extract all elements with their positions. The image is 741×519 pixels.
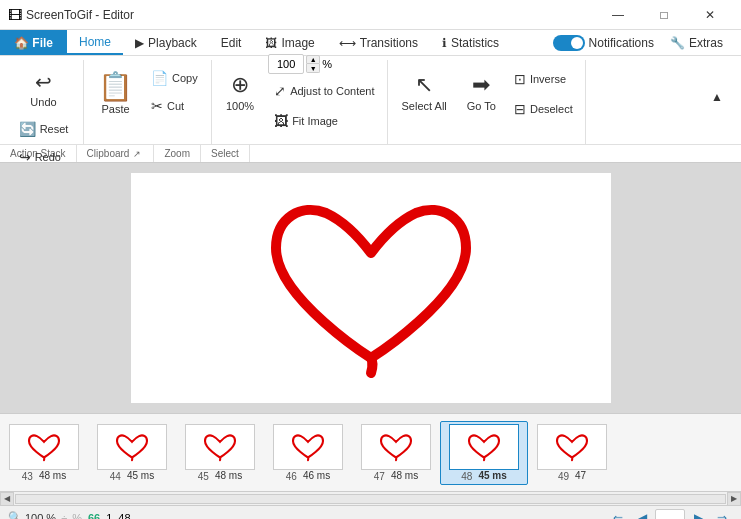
zoom-spinners: ▲ ▼ — [306, 55, 320, 73]
maximize-button[interactable]: □ — [641, 0, 687, 30]
goto-button[interactable]: ➡ Go To — [459, 59, 504, 125]
frame-time-45: 48 ms — [215, 470, 242, 481]
film-frame-43[interactable]: 43 48 ms — [0, 421, 88, 485]
scroll-left-button[interactable]: ◀ — [0, 492, 14, 506]
title-bar-text: ScreenToGif - Editor — [26, 8, 595, 22]
copy-button[interactable]: 📄 Copy — [145, 65, 205, 91]
film-thumb-47 — [361, 424, 431, 470]
menu-statistics[interactable]: ℹ Statistics — [430, 30, 511, 55]
fit-icon: 🖼 — [274, 113, 288, 129]
extras-button[interactable]: 🔧 Extras — [662, 36, 731, 50]
ribbon-group-zoom: ⊕ 100% ▲ ▼ % ⤢ Adjust to Content 🖼 — [212, 60, 388, 144]
film-frame-44[interactable]: 44 45 ms — [88, 421, 176, 485]
filmstrip: 43 48 ms 44 45 ms 45 48 ms 46 46 ms — [0, 413, 741, 491]
notifications-area: Notifications 🔧 Extras — [543, 35, 741, 51]
select-icon: ↖ — [415, 72, 433, 98]
frame-num-47: 47 — [374, 471, 385, 482]
frame-num-48: 48 — [461, 471, 472, 482]
zoom-up-button[interactable]: ▲ — [306, 55, 320, 64]
status-navigation: ⇐ ◀ ▶ ⇒ — [607, 509, 733, 520]
reset-icon: 🔄 — [19, 121, 36, 137]
zoom-percent-icon: ÷ — [61, 512, 67, 520]
nav-next-button[interactable]: ▶ — [687, 509, 709, 520]
fit-image-button[interactable]: 🖼 Fit Image — [268, 108, 380, 134]
frame-time-47: 48 ms — [391, 470, 418, 481]
zoom-down-button[interactable]: ▼ — [306, 64, 320, 73]
film-frame-47[interactable]: 47 48 ms — [352, 421, 440, 485]
reset-button[interactable]: 🔄 Reset — [13, 116, 75, 142]
undo-button[interactable]: ↩ Undo — [24, 66, 62, 112]
film-frame-45[interactable]: 45 48 ms — [176, 421, 264, 485]
frame-num-43: 43 — [22, 471, 33, 482]
adjust-icon: ⤢ — [274, 83, 286, 99]
ribbon: ↩ Undo 🔄 Reset ↪ Redo 📋 Paste — [0, 56, 741, 163]
menu-playback[interactable]: ▶ Playback — [123, 30, 209, 55]
ribbon-group-clipboard: 📋 Paste 📄 Copy ✂ Cut — [84, 60, 212, 144]
inverse-icon: ⊡ — [514, 71, 526, 87]
ribbon-labels-row: Action Stack Clipboard ↗ Zoom Select — [0, 144, 741, 162]
adjust-content-button[interactable]: ⤢ Adjust to Content — [268, 78, 380, 104]
label-select: Select — [201, 145, 250, 162]
title-bar: 🎞 ScreenToGif - Editor — □ ✕ — [0, 0, 741, 30]
inverse-button[interactable]: ⊡ Inverse — [508, 66, 579, 92]
goto-icon: ➡ — [472, 72, 490, 98]
canvas-area — [0, 163, 741, 413]
status-bar: 🔍 100 % ÷ % 66 1 48 ⇐ ◀ ▶ ⇒ — [0, 505, 741, 519]
file-icon: 🏠 — [14, 36, 29, 50]
title-bar-controls: — □ ✕ — [595, 0, 733, 30]
zoom-icon: ⊕ — [231, 72, 249, 98]
paste-button[interactable]: 📋 Paste — [90, 59, 141, 125]
frame-time-43: 48 ms — [39, 470, 66, 481]
heart-drawing — [256, 188, 486, 388]
filmstrip-scrollbar: ◀ ▶ — [0, 491, 741, 505]
frame-num-44: 44 — [110, 471, 121, 482]
menu-home[interactable]: Home — [67, 30, 123, 55]
chevron-up-icon: ▲ — [711, 90, 723, 104]
cut-button[interactable]: ✂ Cut — [145, 93, 205, 119]
label-clipboard: Clipboard ↗ — [77, 145, 155, 162]
statistics-icon: ℹ — [442, 36, 447, 50]
transitions-icon: ⟷ — [339, 36, 356, 50]
film-thumb-48 — [449, 424, 519, 470]
film-frame-46[interactable]: 46 46 ms — [264, 421, 352, 485]
scroll-track[interactable] — [15, 494, 726, 504]
frame-time-49: 47 — [575, 470, 586, 481]
frame-num-49: 49 — [558, 471, 569, 482]
zoom-glass-icon: 🔍 — [8, 511, 22, 519]
scroll-right-button[interactable]: ▶ — [727, 492, 741, 506]
paste-icon: 📋 — [98, 70, 133, 103]
close-button[interactable]: ✕ — [687, 0, 733, 30]
ribbon-group-action-stack: ↩ Undo 🔄 Reset ↪ Redo — [4, 60, 84, 144]
ribbon-content: ↩ Undo 🔄 Reset ↪ Redo 📋 Paste — [0, 56, 741, 144]
menu-edit[interactable]: Edit — [209, 30, 254, 55]
film-thumb-46 — [273, 424, 343, 470]
film-thumb-49 — [537, 424, 607, 470]
minimize-button[interactable]: — — [595, 0, 641, 30]
label-zoom: Zoom — [154, 145, 201, 162]
nav-prev-button[interactable]: ◀ — [631, 509, 653, 520]
film-thumb-43 — [9, 424, 79, 470]
extras-icon: 🔧 — [670, 36, 685, 50]
zoom-input[interactable] — [268, 54, 304, 74]
zoom-100-button[interactable]: ⊕ 100% — [218, 59, 262, 125]
frame-time-44: 45 ms — [127, 470, 154, 481]
frame-num-45: 45 — [198, 471, 209, 482]
nav-first-button[interactable]: ⇐ — [607, 509, 629, 520]
film-frame-48[interactable]: 48 45 ms — [440, 421, 528, 485]
notifications-toggle[interactable]: Notifications — [553, 35, 654, 51]
ribbon-collapse-button[interactable]: ▲ — [697, 64, 737, 130]
film-thumb-44 — [97, 424, 167, 470]
playback-icon: ▶ — [135, 36, 144, 50]
select-all-button[interactable]: ↖ Select All — [394, 59, 455, 125]
clipboard-expand-icon[interactable]: ↗ — [133, 149, 143, 159]
deselect-button[interactable]: ⊟ Deselect — [508, 96, 579, 122]
image-icon: 🖼 — [265, 36, 277, 50]
toggle-switch[interactable] — [553, 35, 585, 51]
frame-time-46: 46 ms — [303, 470, 330, 481]
nav-last-button[interactable]: ⇒ — [711, 509, 733, 520]
frame-input[interactable] — [655, 509, 685, 520]
film-frame-49[interactable]: 49 47 — [528, 421, 616, 485]
undo-icon: ↩ — [35, 70, 52, 94]
menu-file[interactable]: 🏠 File — [0, 30, 67, 55]
canvas-frame — [131, 173, 611, 403]
